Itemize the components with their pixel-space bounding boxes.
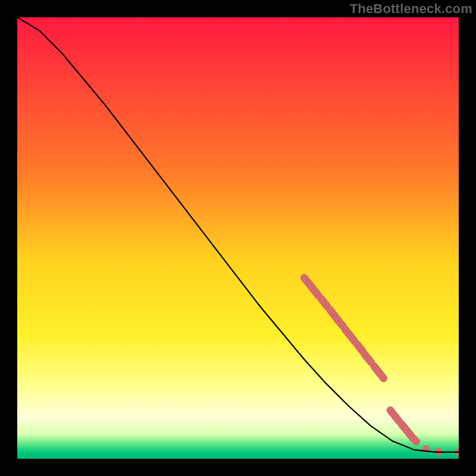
- marker-segment: [321, 299, 327, 306]
- marker-segment: [413, 438, 416, 441]
- marker-segment: [357, 345, 362, 351]
- plot-area: [17, 17, 459, 459]
- chart-frame: TheBottleneck.com: [0, 0, 476, 476]
- chart-svg: [17, 17, 459, 459]
- watermark-label: TheBottleneck.com: [350, 1, 472, 17]
- gradient-background: [17, 17, 459, 459]
